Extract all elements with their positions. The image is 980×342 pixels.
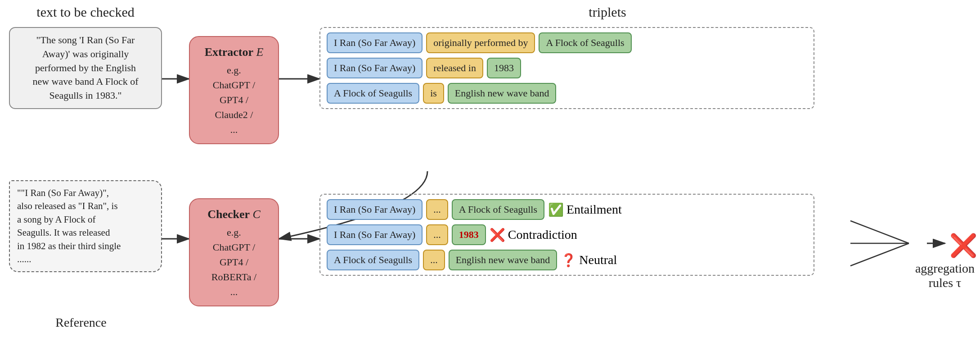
text-to-check-title: text to be checked: [9, 5, 162, 20]
triplet-row-1: I Ran (So Far Away) originally performed…: [327, 32, 807, 53]
final-cross: ❌: [949, 233, 977, 259]
triplet-3-subject: A Flock of Seagulls: [327, 83, 419, 104]
reference-label: Reference: [36, 315, 126, 330]
aggregation-label: aggregationrules τ: [909, 261, 980, 290]
contradiction-label: Contradiction: [508, 228, 577, 242]
triplet-3-object: English new wave band: [448, 83, 557, 104]
check-2-subject: I Ran (So Far Away): [327, 224, 423, 245]
triplets-bottom-container: I Ran (So Far Away) ... A Flock of Seagu…: [319, 194, 814, 276]
triplet-check-row-1: I Ran (So Far Away) ... A Flock of Seagu…: [327, 199, 807, 220]
triplet-row-3: A Flock of Seagulls is English new wave …: [327, 83, 807, 104]
triplet-1-object: A Flock of Seagulls: [539, 32, 631, 53]
check-2-object: 1983: [452, 224, 486, 245]
check-3-subject: A Flock of Seagulls: [327, 250, 419, 270]
svg-line-6: [850, 221, 909, 243]
entailment-result: ✅ Entailment: [548, 202, 622, 217]
neutral-result: ❓ Neutral: [561, 253, 617, 268]
entailment-label: Entailment: [566, 202, 622, 217]
triplet-check-row-2: I Ran (So Far Away) ... 1983 ❌ Contradic…: [327, 224, 807, 245]
triplet-2-predicate: released in: [426, 58, 483, 78]
check-1-subject: I Ran (So Far Away): [327, 199, 423, 220]
triplets-top-container: I Ran (So Far Away) originally performed…: [319, 27, 814, 109]
triplet-2-object: 1983: [487, 58, 521, 78]
reference-text-box: ""I Ran (So Far Away)",also released as …: [9, 180, 162, 272]
triplet-1-subject: I Ran (So Far Away): [327, 32, 423, 53]
check-3-predicate: ...: [423, 250, 445, 270]
triplet-check-row-3: A Flock of Seagulls ... English new wave…: [327, 250, 807, 270]
triplet-1-predicate: originally performed by: [426, 32, 535, 53]
check-1-object: A Flock of Seagulls: [452, 199, 544, 220]
neutral-label: Neutral: [579, 253, 617, 267]
question-icon: ❓: [561, 253, 576, 268]
triplet-2-subject: I Ran (So Far Away): [327, 58, 423, 78]
check-1-predicate: ...: [426, 199, 448, 220]
check-3-object: English new wave band: [449, 250, 557, 270]
diagram: text to be checked "The song 'I Ran (So …: [0, 0, 980, 342]
triplet-3-predicate: is: [423, 83, 444, 104]
triplets-title: triplets: [405, 5, 810, 20]
contradiction-result: ❌ Contradiction: [490, 228, 577, 242]
extractor-box: Extractor E e.g.ChatGPT /GPT4 /Claude2 /…: [189, 36, 279, 144]
triplet-row-2: I Ran (So Far Away) released in 1983: [327, 58, 807, 78]
top-text-box: "The song 'I Ran (So FarAway)' was origi…: [9, 27, 162, 109]
check-icon: ✅: [548, 202, 564, 217]
svg-line-8: [850, 243, 909, 266]
check-2-predicate: ...: [426, 224, 448, 245]
cross-icon: ❌: [490, 228, 505, 242]
checker-box: Checker C e.g.ChatGPT /GPT4 /RoBERTa /..…: [189, 198, 279, 306]
